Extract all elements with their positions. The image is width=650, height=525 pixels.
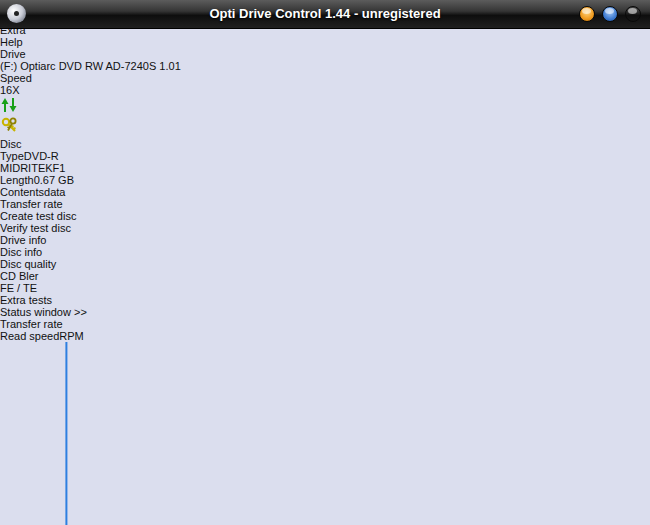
disc-info-value: RITEKF1 [20,162,65,174]
sidebar: Disc TypeDVD-RMIDRITEKF1Length0.67 GBCon… [0,138,650,318]
panel-title: Transfer rate [0,318,63,330]
maximize-button[interactable] [602,6,618,22]
title-bar[interactable]: Opti Drive Control 1.44 - unregistered [0,0,650,29]
nav-item-label: Create test disc [0,210,76,222]
legend-item-read-speed: Read speed [0,330,59,342]
disc-info-label: MID [0,162,20,174]
minimize-button[interactable] [579,6,595,22]
disc-info-label: Type [0,150,24,162]
disc-panel-title: Disc [0,138,650,150]
drive-select-value: (F:) Optiarc DVD RW AD-7240S 1.01 [0,60,181,72]
disc-info-row-type: TypeDVD-R [0,150,650,162]
menu-item-help[interactable]: Help [0,36,650,48]
refresh-drive-button[interactable] [0,96,650,116]
nav-item-transfer-rate[interactable]: Transfer rate [0,198,650,210]
legend-label: Read speed [0,330,59,342]
drive-select[interactable]: (F:) Optiarc DVD RW AD-7240S 1.01 [0,60,650,72]
nav-item-label: Verify test disc [0,222,71,234]
nav-item-verify-test-disc[interactable]: Verify test disc [0,222,650,234]
nav-item-label: FE / TE [0,282,37,294]
disc-info-label: Length [0,174,34,186]
main-panel: Transfer rate Read speedRPM 24 X22 X20 X… [0,318,650,525]
keys-icon [0,116,20,136]
refresh-arrows-icon [0,96,18,114]
nav-item-label: Disc quality [0,258,56,270]
window-title: Opti Drive Control 1.44 - unregistered [0,6,650,21]
chart-plot-area[interactable] [0,342,650,525]
legend-item-rpm: RPM [59,330,83,342]
disc-info-row-length: Length0.67 GB [0,174,650,186]
nav-item-label: Extra tests [0,294,52,306]
nav-item-label: Drive info [0,234,46,246]
nav-item-create-test-disc[interactable]: Create test disc [0,210,650,222]
speed-select[interactable]: 16X [0,84,650,96]
sidebar-nav: Transfer rateCreate test discVerify test… [0,198,650,306]
close-button[interactable] [625,6,641,22]
nav-item-disc-quality[interactable]: Disc quality [0,258,650,270]
disc-info-panel: Disc TypeDVD-RMIDRITEKF1Length0.67 GBCon… [0,138,650,198]
transfer-rate-chart: Read speedRPM 24 X22 X20 X18 X16 X14 X12… [0,330,650,525]
disc-info-label: Contents [0,186,44,198]
disc-info-row-contents: Contentsdata [0,186,650,198]
speed-label: Speed [0,72,32,84]
register-button[interactable] [0,116,650,138]
disc-info-value: DVD-R [24,150,59,162]
speed-select-value: 16X [0,84,20,96]
nav-item-label: Disc info [0,246,42,258]
disc-info-value: 0.67 GB [34,174,74,186]
nav-item-extra-tests[interactable]: Extra tests [0,294,650,306]
nav-item-label: Transfer rate [0,198,63,210]
disc-info-value: data [44,186,65,198]
disc-info-row-mid: MIDRITEKF1 [0,162,650,174]
drive-label: Drive [0,48,26,60]
nav-item-drive-info[interactable]: Drive info [0,234,650,246]
nav-item-fe-te[interactable]: FE / TE [0,282,650,294]
nav-item-label: CD Bler [0,270,39,282]
status-window-button[interactable]: Status window >> [0,306,650,318]
nav-item-disc-info[interactable]: Disc info [0,246,650,258]
panel-header: Transfer rate [0,318,650,330]
chart-legend: Read speedRPM [0,330,650,342]
legend-label: RPM [59,330,83,342]
app-window: Opti Drive Control 1.44 - unregistered F… [0,0,650,525]
toolbar: Drive (F:) Optiarc DVD RW AD-7240S 1.01 … [0,48,650,138]
nav-item-cd-bler[interactable]: CD Bler [0,270,650,282]
